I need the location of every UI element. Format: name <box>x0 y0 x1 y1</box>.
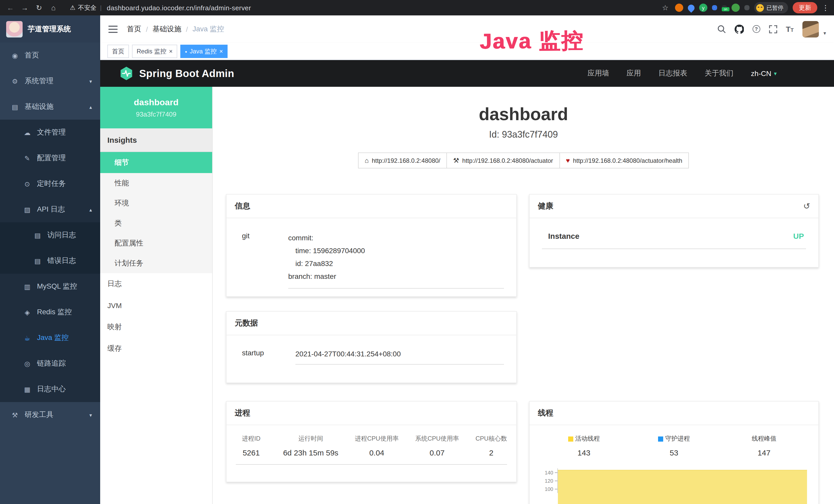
sba-sidebar-item-mappings[interactable]: 映射 <box>100 316 212 338</box>
process-value: 6d 23h 15m 59s <box>283 448 338 457</box>
sidebar-item-file-management[interactable]: ☁ 文件管理 <box>0 120 100 145</box>
fullscreen-icon[interactable] <box>769 25 777 33</box>
font-size-icon[interactable]: TT <box>786 25 794 32</box>
sidebar-item-config-management[interactable]: ✎ 配置管理 <box>0 145 100 171</box>
extension-icon-green-y[interactable]: y <box>699 4 707 12</box>
close-icon[interactable]: × <box>219 48 223 54</box>
active-dot-icon: ● <box>185 49 187 53</box>
update-button[interactable]: 更新 <box>793 2 817 13</box>
process-col-system-cpu: 系统CPU使用率 0.07 <box>415 434 459 457</box>
chevron-up-icon: ▴ <box>89 207 100 212</box>
reload-icon[interactable]: ↻ <box>34 4 44 12</box>
search-icon[interactable] <box>717 25 726 33</box>
metadata-value: 2021-04-27T00:44:31.254+08:00 <box>295 349 504 365</box>
sidebar-item-system-management[interactable]: ⚙ 系统管理 ▾ <box>0 68 100 94</box>
sidebar-item-tracing[interactable]: ◎ 链路追踪 <box>0 351 100 376</box>
sidebar-item-label: 访问日志 <box>47 231 76 240</box>
sba-sidebar-item-logs[interactable]: 日志 <box>100 273 212 295</box>
breadcrumb-current: Java 监控 <box>193 24 224 33</box>
sidebar-item-scheduled-tasks[interactable]: ⊙ 定时任务 <box>0 171 100 197</box>
avatar[interactable] <box>803 21 819 37</box>
sba-sidebar-item-jvm[interactable]: JVM <box>100 295 212 316</box>
legend-label: 活动线程 <box>575 434 600 443</box>
sidebar-item-home[interactable]: ◉ 首页 <box>0 43 100 68</box>
sba-sidebar-item-details[interactable]: 细节 <box>100 152 212 173</box>
breadcrumb-infrastructure[interactable]: 基础设施 <box>153 24 181 33</box>
sba-locale-select[interactable]: zh-CN ▾ <box>751 69 777 77</box>
sba-sidebar-item-scheduled-tasks[interactable]: 计划任务 <box>100 253 212 273</box>
avatar-caret-icon[interactable]: ▾ <box>824 30 826 37</box>
sidebar-item-label: 首页 <box>25 51 39 60</box>
breadcrumb: 首页 / 基础设施 / Java 监控 <box>127 24 224 33</box>
security-chip[interactable]: ⚠ 不安全 | <box>70 3 103 12</box>
extension-icon-drop[interactable] <box>686 3 696 13</box>
history-icon[interactable]: ↺ <box>803 201 810 211</box>
sidebar-item-api-logs[interactable]: ▨ API 日志 ▴ <box>0 197 100 222</box>
process-col-process-cpu: 进程CPU使用率 0.04 <box>355 434 399 457</box>
sba-sidebar-item-environment[interactable]: 环境 <box>100 193 212 213</box>
sidebar-item-java-monitor[interactable]: ☕ Java 监控 <box>0 325 100 351</box>
tab-home[interactable]: 首页 <box>107 45 129 58</box>
extension-icon-leaf[interactable] <box>731 4 740 12</box>
sidebar-item-label: 定时任务 <box>37 179 66 188</box>
sidebar-item-infrastructure[interactable]: ▤ 基础设施 ▴ <box>0 94 100 120</box>
browser-menu-icon[interactable]: ⋮ <box>822 4 829 12</box>
sba-sidebar-item-beans[interactable]: 类 <box>100 213 212 233</box>
extensions-puzzle-icon[interactable] <box>744 5 749 10</box>
extension-icon-orange[interactable] <box>675 4 683 12</box>
sidebar-item-label: 文件管理 <box>37 128 66 137</box>
sidebar-item-label: 链路追踪 <box>37 359 66 368</box>
sba-nav-journal[interactable]: 日志报表 <box>659 69 687 78</box>
sba-navbar: Spring Boot Admin 应用墙 应用 日志报表 关于我们 zh-CN… <box>100 60 834 87</box>
cloud-icon: ☁ <box>23 129 32 136</box>
y-tick-label: 100 <box>545 486 553 492</box>
status-badge-up: UP <box>793 232 804 240</box>
sba-nav-about[interactable]: 关于我们 <box>705 69 733 78</box>
font-size-small-t: T <box>791 27 794 32</box>
back-icon[interactable]: ← <box>5 4 16 12</box>
breadcrumb-home[interactable]: 首页 <box>127 24 141 33</box>
forward-icon[interactable]: → <box>20 4 30 12</box>
app-logo-title: 芋道管理系统 <box>28 24 71 33</box>
heart-icon: ♥ <box>566 157 570 164</box>
warning-icon: ⚠ <box>70 4 75 11</box>
sidebar-item-mysql-monitor[interactable]: ▥ MySQL 监控 <box>0 274 100 299</box>
sba-instance-header[interactable]: dashboard 93a3fc7f7409 <box>100 87 212 129</box>
process-value: 0.04 <box>355 448 399 457</box>
tab-redis-monitor[interactable]: Redis 监控 × <box>132 45 177 58</box>
process-col-cores: CPU核心数 2 <box>476 434 507 457</box>
browser-home-icon[interactable]: ⌂ <box>48 4 59 12</box>
sidebar-item-log-center[interactable]: ▦ 日志中心 <box>0 376 100 402</box>
instance-url-button[interactable]: ⌂ http://192.168.0.2:48080/ <box>358 153 447 168</box>
spring-boot-admin: Spring Boot Admin 应用墙 应用 日志报表 关于我们 zh-CN… <box>100 60 834 504</box>
paused-pill[interactable]: 已暂停 <box>754 2 788 13</box>
sba-sidebar-item-caches[interactable]: 缓存 <box>100 338 212 360</box>
on-badge: on <box>722 7 729 11</box>
close-icon[interactable]: × <box>169 48 173 54</box>
extension-icon-on[interactable]: on <box>722 5 727 10</box>
address-url[interactable]: dashboard.yudao.iocoder.cn/infra/admin-s… <box>107 4 251 12</box>
info-card: 信息 git commit: time: 1596289704000 id: 2… <box>226 194 517 297</box>
health-url-button[interactable]: ♥ http://192.168.0.2:48080/actuator/heal… <box>559 153 689 168</box>
sba-nav-wallboard[interactable]: 应用墙 <box>588 69 609 78</box>
actuator-url-label: http://192.168.0.2:48080/actuator <box>462 157 553 164</box>
sidebar-item-access-logs[interactable]: ▤ 访问日志 <box>0 222 100 248</box>
sba-nav-applications[interactable]: 应用 <box>627 69 641 78</box>
sba-brand[interactable]: Spring Boot Admin <box>119 66 234 81</box>
sidebar-item-error-logs[interactable]: ▤ 错误日志 <box>0 248 100 274</box>
sba-sidebar-item-metrics[interactable]: 性能 <box>100 173 212 193</box>
github-icon[interactable] <box>734 24 744 33</box>
home-icon: ⌂ <box>365 157 369 164</box>
app-sidebar: 芋道管理系统 ◉ 首页 ⚙ 系统管理 ▾ ▤ 基础设施 ▴ ☁ 文件管理 ✎ <box>0 16 100 504</box>
sba-sidebar-item-config-props[interactable]: 配置属性 <box>100 233 212 253</box>
actuator-url-button[interactable]: ⚒ http://192.168.0.2:48080/actuator <box>446 153 560 168</box>
process-card: 进程 进程ID 5261 运行时间 <box>226 401 517 482</box>
sidebar-item-redis-monitor[interactable]: ◈ Redis 监控 <box>0 299 100 325</box>
help-icon[interactable]: ? <box>752 25 760 33</box>
extension-icon-grid[interactable] <box>712 5 717 10</box>
tab-java-monitor[interactable]: ● Java 监控 × <box>180 45 227 58</box>
bookmark-star-icon[interactable]: ☆ <box>660 4 671 12</box>
hamburger-icon[interactable] <box>108 25 118 32</box>
sidebar-item-dev-tools[interactable]: ⚒ 研发工具 ▾ <box>0 402 100 428</box>
paused-label: 已暂停 <box>766 4 784 12</box>
